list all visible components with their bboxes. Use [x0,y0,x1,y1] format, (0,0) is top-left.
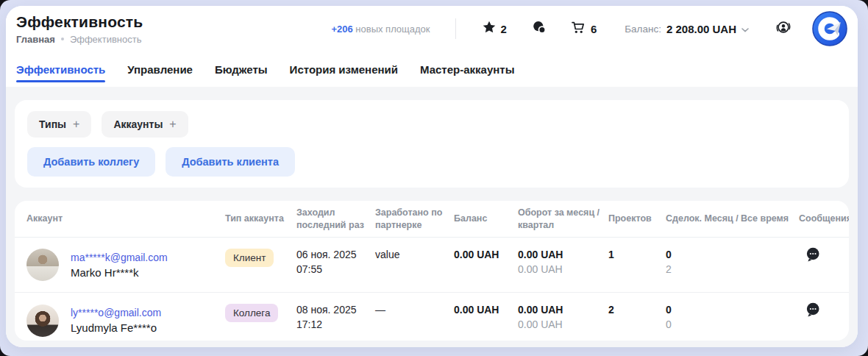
column-deals: Сделок. Месяц / Все время [666,213,799,225]
contact-person-icon [774,18,793,40]
chevron-down-icon [741,22,749,35]
partner-earnings-cell: — [375,293,454,341]
message-bubble-icon [805,246,822,266]
title-block: Эффективность Главная Эффективность [16,13,143,45]
last-seen-date: 08 ноя. 2025 [296,304,375,316]
add-colleague-button[interactable]: Добавить коллегу [27,147,155,177]
turnover-quarter: 0.00 UAH [518,318,608,330]
account-text: ly*****o@gmail.com Lyudmyla Fe****o [71,307,161,334]
partner-earnings-cell: value [375,238,454,292]
messages-cell [799,238,837,292]
avatar [26,249,59,281]
table-row: ly*****o@gmail.com Lyudmyla Fe****o Колл… [15,293,849,341]
add-client-button[interactable]: Добавить клиента [166,147,295,177]
breadcrumb: Главная Эффективность [16,34,143,45]
column-turnover: Оборот за месяц / квартал [518,207,608,231]
filter-accounts[interactable]: Аккаунты + [102,111,188,138]
breadcrumb-separator [61,38,64,40]
tab-management[interactable]: Управление [127,51,193,87]
deals-alltime: 2 [666,263,799,275]
app-window: Эффективность Главная Эффективность +206… [6,6,858,347]
tab-master-accounts[interactable]: Мастер-аккаунты [420,51,514,87]
turnover-quarter: 0.00 UAH [518,263,608,275]
chats-icon [532,21,547,38]
account-type-badge: Коллега [225,304,278,322]
balance-dropdown[interactable]: Баланс: 2 208.00 UAH [625,22,749,35]
action-button-row: Добавить коллегу Добавить клиента [27,147,836,177]
last-seen-time: 17:12 [296,318,375,330]
deals-alltime: 0 [666,318,799,330]
new-sites-label: новых площадок [355,24,430,35]
message-bubble-icon [805,302,822,321]
account-type-cell: Коллега [225,293,296,341]
contact-support-button[interactable] [774,18,793,40]
column-last-seen: Заходил последний раз [296,207,375,231]
projects-cell: 1 [608,238,666,292]
last-seen-time: 07:55 [296,263,375,275]
desktop-background: Эффективность Главная Эффективность +206… [0,0,868,356]
avatar [26,305,59,337]
table-row: ma*****k@gmail.com Marko Hr****k Клиент … [15,238,849,293]
turnover-month: 0.00 UAH [518,304,608,316]
breadcrumb-current: Эффективность [70,34,142,45]
filter-pill-row: Типы + Аккаунты + [27,111,836,138]
balance-cell: 0.00 UAH [454,293,518,341]
account-type-badge: Клиент [225,249,274,267]
tab-history[interactable]: История изменений [290,51,398,87]
message-button[interactable] [805,246,822,266]
last-seen-date: 06 ноя. 2025 [296,249,375,260]
plus-icon: + [169,118,176,130]
content-area: Типы + Аккаунты + Добавить коллегу Добав… [6,87,858,347]
new-sites-count: +206 [331,24,352,35]
filter-types-label: Типы [39,118,66,130]
new-sites-link[interactable]: +206 новых площадок [331,24,430,35]
deals-month: 0 [666,249,799,260]
account-name: Lyudmyla Fe****o [71,321,161,334]
favorites-button[interactable]: 2 [483,21,507,37]
filter-accounts-label: Аккаунты [113,118,163,130]
balance-cell: 0.00 UAH [454,238,518,292]
column-projects: Проектов [608,213,666,225]
account-name: Marko Hr****k [71,266,168,279]
tab-budgets[interactable]: Бюджеты [215,51,268,87]
balance-label: Баланс: [625,24,661,35]
cart-count: 6 [591,23,597,35]
account-type-cell: Клиент [225,238,296,292]
tab-effectiveness[interactable]: Эффективность [16,51,105,87]
turnover-cell: 0.00 UAH 0.00 UAH [518,293,608,341]
chats-button[interactable] [532,21,547,38]
deals-cell: 0 0 [666,293,799,341]
filter-types[interactable]: Типы + [27,111,91,138]
column-messages: Сообщения [799,213,849,225]
deals-month: 0 [666,304,799,316]
app-logo[interactable] [812,11,847,46]
breadcrumb-home[interactable]: Главная [16,34,55,45]
favorites-count: 2 [501,23,507,35]
tab-bar: Эффективность Управление Бюджеты История… [6,51,858,87]
messages-cell [799,293,837,341]
topbar: Эффективность Главная Эффективность +206… [6,6,858,51]
turnover-cell: 0.00 UAH 0.00 UAH [518,238,608,292]
last-seen-cell: 08 ноя. 2025 17:12 [296,293,375,341]
cart-icon [572,21,586,37]
projects-cell: 2 [608,293,666,341]
account-email-link[interactable]: ma*****k@gmail.com [71,252,168,263]
account-text: ma*****k@gmail.com Marko Hr****k [71,252,168,279]
account-cell: ma*****k@gmail.com Marko Hr****k [26,238,225,292]
plus-icon: + [73,118,79,130]
deals-cell: 0 2 [666,238,799,292]
account-cell: ly*****o@gmail.com Lyudmyla Fe****o [26,293,225,341]
balance-value: 2 208.00 UAH [666,23,736,35]
column-balance: Баланс [454,213,518,225]
last-seen-cell: 06 ноя. 2025 07:55 [296,238,375,292]
column-partner-earnings: Заработано по партнерке [375,207,454,231]
topbar-divider [455,18,456,39]
cart-button[interactable]: 6 [572,21,597,37]
account-email-link[interactable]: ly*****o@gmail.com [71,307,161,318]
table-header: Аккаунт Тип аккаунта Заходил последний р… [15,201,849,238]
accounts-table: Аккаунт Тип аккаунта Заходил последний р… [15,201,849,341]
page-title: Эффективность [16,13,143,31]
star-icon [483,21,496,37]
column-account-type: Тип аккаунта [225,213,296,225]
message-button[interactable] [805,302,822,321]
